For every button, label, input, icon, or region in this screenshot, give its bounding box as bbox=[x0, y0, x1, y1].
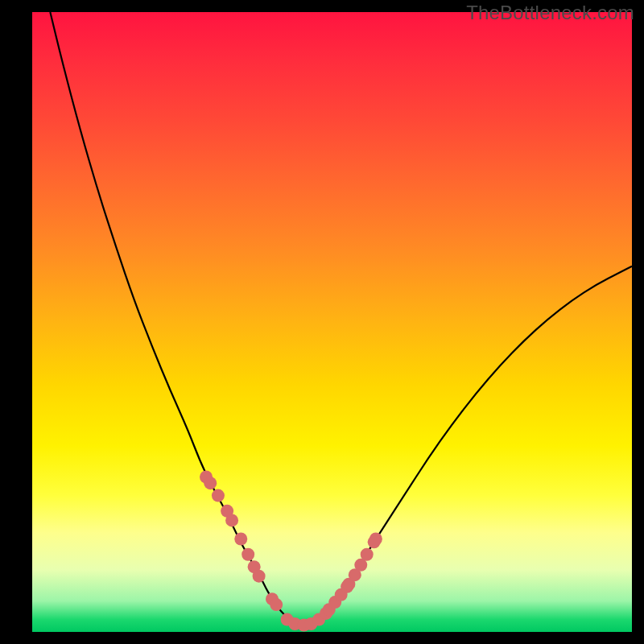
highlight-dot bbox=[369, 533, 382, 546]
highlight-dot bbox=[361, 548, 374, 561]
highlight-dot bbox=[204, 477, 217, 489]
watermark-text: TheBottleneck.com bbox=[466, 2, 634, 24]
highlight-dot bbox=[242, 548, 254, 561]
highlight-dots bbox=[200, 471, 382, 632]
highlight-dot bbox=[234, 533, 247, 546]
highlight-dot bbox=[225, 514, 238, 526]
highlight-dot bbox=[270, 598, 283, 611]
bottleneck-curve bbox=[50, 12, 632, 625]
highlight-dot bbox=[253, 570, 266, 583]
chart-plot-area bbox=[32, 12, 632, 632]
outer-frame: TheBottleneck.com bbox=[0, 0, 644, 644]
chart-svg bbox=[32, 12, 632, 632]
highlight-dot bbox=[212, 489, 225, 502]
